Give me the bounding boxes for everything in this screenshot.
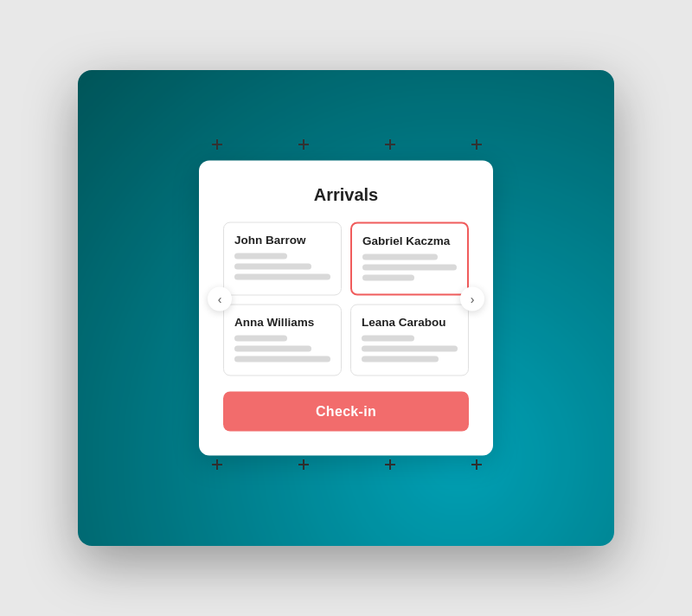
skeleton-3a	[234, 336, 287, 342]
skeleton-1c	[234, 274, 330, 280]
modal-title: Arrivals	[223, 185, 469, 205]
skeleton-4b	[362, 346, 458, 352]
skeleton-2a	[362, 254, 438, 260]
person-name-4: Leana Carabou	[362, 316, 458, 329]
checkin-button[interactable]: Check-in	[223, 392, 469, 432]
person-name-2: Gabriel Kaczma	[362, 234, 457, 247]
skeleton-2b	[362, 265, 457, 271]
skeleton-1a	[234, 253, 287, 260]
prev-arrow[interactable]: ‹	[208, 287, 232, 311]
skeleton-1b	[234, 264, 311, 270]
right-arrow-icon: ›	[471, 292, 475, 306]
skeleton-3c	[234, 356, 330, 363]
screen-wrapper: Arrivals ‹ John Barrow Gabriel Kaczma	[78, 70, 614, 546]
person-name-1: John Barrow	[234, 234, 330, 247]
left-arrow-icon: ‹	[218, 292, 222, 306]
person-card-4[interactable]: Leana Carabou	[350, 305, 469, 376]
skeleton-4c	[362, 356, 439, 363]
arrivals-modal: Arrivals ‹ John Barrow Gabriel Kaczma	[199, 161, 493, 456]
person-name-3: Anna Williams	[234, 316, 330, 329]
person-card-2[interactable]: Gabriel Kaczma	[350, 222, 469, 296]
next-arrow[interactable]: ›	[460, 287, 484, 311]
persons-grid: ‹ John Barrow Gabriel Kaczma Anna Willia…	[223, 222, 469, 376]
skeleton-3b	[234, 346, 311, 352]
person-card-1[interactable]: John Barrow	[223, 222, 342, 296]
skeleton-2c	[362, 275, 414, 281]
skeleton-4a	[362, 336, 414, 342]
person-card-3[interactable]: Anna Williams	[223, 305, 342, 376]
